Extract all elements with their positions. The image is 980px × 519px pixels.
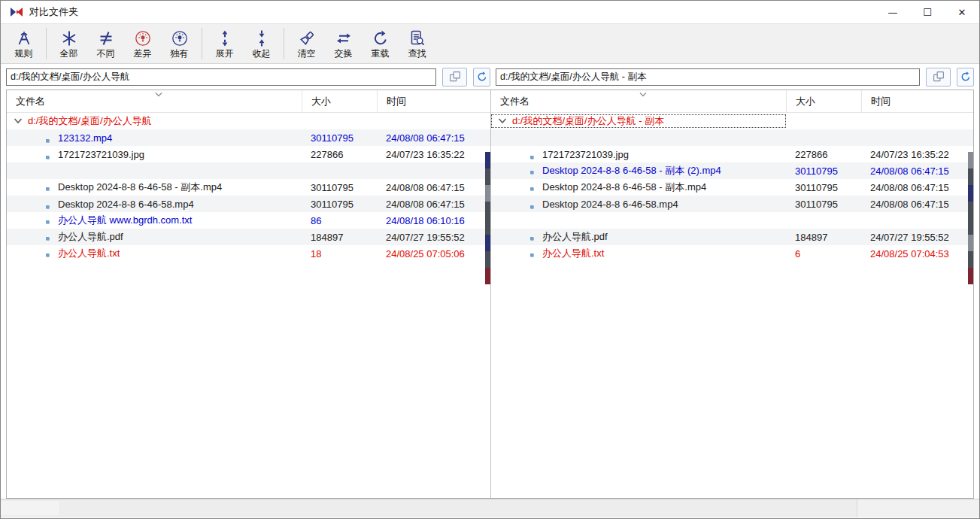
path-bar bbox=[1, 64, 979, 90]
filename-label: 办公人导航.txt bbox=[542, 247, 604, 259]
right-file-row[interactable]: 办公人导航.pdf18489724/07/27 19:55:52 bbox=[491, 229, 973, 245]
right-column-header-time[interactable]: 时间 bbox=[861, 90, 973, 112]
window-controls: — ☐ ✕ bbox=[875, 1, 979, 23]
toolbar-expand-button[interactable]: 展开 bbox=[206, 26, 243, 62]
left-file-panel: 文件名 大小 时间 d:/我的文档/桌面/办公人导航123132.mp43011… bbox=[7, 90, 490, 498]
filename-label: 办公人导航.txt bbox=[58, 247, 120, 259]
bulb-blue-icon bbox=[170, 29, 190, 48]
maximize-button[interactable]: ☐ bbox=[910, 1, 945, 23]
status-bar-right-segment bbox=[857, 499, 979, 517]
filename-label: 办公人导航 www.bgrdh.com.txt bbox=[58, 214, 192, 226]
diff-indicator-segment bbox=[485, 268, 490, 284]
left-file-row[interactable]: 123132.mp43011079524/08/08 06:47:15 bbox=[7, 129, 490, 146]
toolbar-button-label: 独有 bbox=[171, 49, 189, 59]
toolbar-different-button[interactable]: 不同 bbox=[87, 26, 124, 62]
toolbar-rules-button[interactable]: 规则 bbox=[5, 26, 42, 62]
toolbar-button-label: 不同 bbox=[97, 49, 115, 59]
right-file-row[interactable] bbox=[491, 129, 973, 146]
toolbar-button-label: 重载 bbox=[372, 49, 390, 59]
toolbar-button-label: 规则 bbox=[15, 49, 33, 59]
right-file-row[interactable] bbox=[491, 212, 973, 229]
file-bullet-icon bbox=[46, 253, 49, 256]
right-file-row[interactable]: 1721723721039.jpg22786624/07/23 16:35:22 bbox=[491, 146, 973, 162]
left-root-row[interactable]: d:/我的文档/桌面/办公人导航 bbox=[7, 113, 490, 129]
not-equal-icon bbox=[96, 29, 116, 48]
left-file-row[interactable]: Desktop 2024-8-8 6-46-58 - 副本.mp43011079… bbox=[7, 179, 490, 196]
filename-cell: Desktop 2024-8-8 6-46-58 - 副本 (2).mp4 bbox=[491, 164, 786, 178]
compare-panels: 文件名 大小 时间 d:/我的文档/桌面/办公人导航123132.mp43011… bbox=[6, 90, 974, 499]
diff-indicator-segment bbox=[485, 168, 490, 185]
size-cell: 30110795 bbox=[786, 165, 861, 177]
right-file-row[interactable]: Desktop 2024-8-8 6-46-58.mp43011079524/0… bbox=[491, 196, 973, 212]
left-path-input[interactable] bbox=[6, 68, 436, 86]
right-file-row[interactable]: Desktop 2024-8-8 6-46-58 - 副本.mp43011079… bbox=[491, 179, 973, 196]
filename-cell: Desktop 2024-8-8 6-46-58.mp4 bbox=[7, 199, 302, 210]
filename-cell: Desktop 2024-8-8 6-46-58 - 副本.mp4 bbox=[491, 181, 786, 194]
toolbar-all-button[interactable]: 全部 bbox=[50, 26, 87, 62]
minimize-button[interactable]: — bbox=[875, 1, 910, 23]
right-path-input[interactable] bbox=[496, 68, 920, 86]
sort-indicator-icon bbox=[154, 92, 163, 98]
left-diff-indicator-strip bbox=[485, 152, 490, 284]
size-cell: 6 bbox=[786, 248, 861, 260]
left-file-row[interactable]: 办公人导航.txt1824/08/25 07:05:06 bbox=[7, 245, 490, 262]
toolbar-separator bbox=[46, 28, 47, 59]
toolbar: 规则全部不同差异独有展开收起清空交换重载查找 bbox=[1, 23, 979, 64]
left-file-list: d:/我的文档/桌面/办公人导航123132.mp43011079524/08/… bbox=[7, 113, 490, 262]
time-cell: 24/07/27 19:55:52 bbox=[377, 232, 490, 243]
left-browse-button[interactable] bbox=[442, 68, 467, 86]
time-cell: 24/08/25 07:04:53 bbox=[861, 248, 973, 260]
filename-label: Desktop 2024-8-8 6-46-58 - 副本.mp4 bbox=[542, 181, 706, 193]
toolbar-reload-button[interactable]: 重载 bbox=[362, 26, 399, 62]
file-bullet-icon bbox=[46, 187, 49, 190]
size-cell: 184897 bbox=[786, 232, 861, 243]
right-file-row[interactable]: 办公人导航.txt624/08/25 07:04:53 bbox=[491, 245, 973, 262]
right-browse-button[interactable] bbox=[926, 68, 951, 86]
toolbar-button-label: 查找 bbox=[408, 49, 426, 59]
toolbar-diff-only-button[interactable]: 差异 bbox=[124, 26, 161, 62]
brush-icon bbox=[297, 29, 317, 48]
toolbar-button-label: 收起 bbox=[253, 49, 271, 59]
file-bullet-icon bbox=[530, 205, 533, 208]
close-button[interactable]: ✕ bbox=[945, 1, 979, 23]
status-bar-segment bbox=[1, 501, 59, 515]
rules-icon bbox=[14, 29, 34, 48]
file-bullet-icon bbox=[46, 220, 49, 223]
left-column-header-time[interactable]: 时间 bbox=[377, 90, 490, 112]
toolbar-collapse-button[interactable]: 收起 bbox=[243, 26, 280, 62]
left-file-row[interactable]: 办公人导航.pdf18489724/07/27 19:55:52 bbox=[7, 229, 490, 245]
right-root-row[interactable]: d:/我的文档/桌面/办公人导航 - 副本 bbox=[491, 113, 973, 129]
bulb-red-icon bbox=[133, 29, 153, 48]
time-cell: 24/07/23 16:35:22 bbox=[861, 149, 973, 160]
file-bullet-icon bbox=[530, 171, 533, 174]
right-refresh-button[interactable] bbox=[957, 68, 974, 86]
left-file-row[interactable]: 1721723721039.jpg22786624/07/23 16:35:22 bbox=[7, 146, 490, 162]
diff-indicator-segment bbox=[485, 152, 490, 168]
right-column-header-size[interactable]: 大小 bbox=[786, 90, 861, 112]
toolbar-clear-button[interactable]: 清空 bbox=[288, 26, 325, 62]
diff-indicator-segment bbox=[485, 218, 490, 235]
size-cell: 86 bbox=[302, 215, 377, 226]
right-path-group bbox=[496, 68, 974, 86]
right-file-row[interactable]: Desktop 2024-8-8 6-46-58 - 副本 (2).mp4301… bbox=[491, 162, 973, 179]
toolbar-find-button[interactable]: 查找 bbox=[399, 26, 435, 62]
collapse-icon bbox=[252, 29, 272, 48]
toolbar-unique-only-button[interactable]: 独有 bbox=[161, 26, 198, 62]
left-file-row[interactable]: 办公人导航 www.bgrdh.com.txt8624/08/18 06:10:… bbox=[7, 212, 490, 229]
time-cell: 24/07/27 19:55:52 bbox=[861, 232, 973, 243]
find-icon bbox=[408, 29, 427, 48]
right-panel-header: 文件名 大小 时间 bbox=[491, 90, 973, 113]
left-file-row[interactable]: Desktop 2024-8-8 6-46-58.mp43011079524/0… bbox=[7, 196, 490, 212]
status-bar bbox=[1, 499, 979, 517]
left-panel-header: 文件名 大小 时间 bbox=[7, 90, 490, 113]
root-folder-path: d:/我的文档/桌面/办公人导航 - 副本 bbox=[491, 114, 786, 128]
filename-label: Desktop 2024-8-8 6-46-58 - 副本 (2).mp4 bbox=[542, 165, 721, 176]
filename-label: Desktop 2024-8-8 6-46-58.mp4 bbox=[542, 199, 678, 210]
time-cell: 24/07/23 16:35:22 bbox=[377, 149, 490, 160]
filename-cell: 办公人导航.txt bbox=[7, 247, 302, 260]
left-column-header-size[interactable]: 大小 bbox=[302, 90, 377, 112]
toolbar-separator bbox=[284, 28, 284, 59]
left-refresh-button[interactable] bbox=[473, 68, 490, 86]
left-file-row[interactable] bbox=[7, 162, 490, 179]
toolbar-swap-button[interactable]: 交换 bbox=[325, 26, 362, 62]
